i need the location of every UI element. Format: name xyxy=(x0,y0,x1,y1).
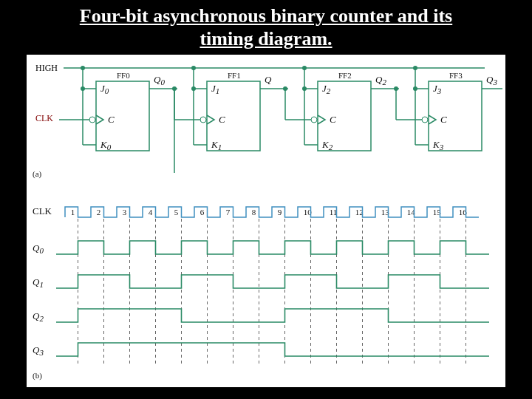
svg-point-31 xyxy=(191,86,196,91)
label-part-a: (a) xyxy=(33,169,42,179)
svg-point-34 xyxy=(283,86,287,91)
svg-text:6: 6 xyxy=(200,208,205,216)
svg-point-50 xyxy=(394,86,398,91)
svg-point-47 xyxy=(302,86,307,91)
svg-text:Q: Q xyxy=(265,74,272,85)
svg-text:C: C xyxy=(330,114,336,125)
svg-text:C: C xyxy=(219,114,225,125)
label-part-b: (b) xyxy=(33,371,42,381)
svg-text:4: 4 xyxy=(149,208,153,216)
title-line2: timing diagram. xyxy=(200,28,332,50)
svg-point-30 xyxy=(191,66,196,70)
label-high: HIGH xyxy=(35,63,58,73)
diagram-panel: HIGH CLK FF0 J0 C K0 Q0 FF1 J1 C xyxy=(27,55,505,387)
svg-text:2: 2 xyxy=(97,208,101,216)
svg-point-22 xyxy=(200,117,206,123)
svg-text:9: 9 xyxy=(278,208,282,216)
svg-text:Q2: Q2 xyxy=(375,74,386,86)
svg-text:FF2: FF2 xyxy=(338,71,352,80)
svg-point-14 xyxy=(81,86,85,91)
svg-text:5: 5 xyxy=(174,208,179,216)
svg-text:7: 7 xyxy=(226,208,231,216)
svg-text:C: C xyxy=(440,114,447,125)
title-line1: Four-bit asynchronous binary counter and… xyxy=(80,5,452,27)
svg-text:1: 1 xyxy=(71,208,75,216)
svg-point-54 xyxy=(422,117,428,123)
svg-text:8: 8 xyxy=(252,208,256,216)
diagram-svg: HIGH CLK FF0 J0 C K0 Q0 FF1 J1 C xyxy=(27,55,505,387)
svg-point-62 xyxy=(413,66,417,70)
svg-text:FF3: FF3 xyxy=(449,71,463,80)
svg-text:Q1: Q1 xyxy=(33,276,44,289)
svg-text:Q2: Q2 xyxy=(33,310,44,323)
timing-clk-label: CLK xyxy=(33,205,52,216)
svg-text:11: 11 xyxy=(330,208,338,216)
svg-text:3: 3 xyxy=(123,208,127,216)
svg-point-38 xyxy=(311,117,317,123)
flipflop-group: FF0 J0 C K0 Q0 FF1 J1 C K1 Q xyxy=(81,66,502,173)
svg-text:Q3: Q3 xyxy=(486,74,497,86)
svg-text:Q3: Q3 xyxy=(33,344,44,357)
svg-point-13 xyxy=(81,66,85,70)
svg-text:FF1: FF1 xyxy=(228,71,241,80)
label-clk: CLK xyxy=(35,113,53,123)
page-title: Four-bit asynchronous binary counter and… xyxy=(0,0,532,52)
svg-text:FF0: FF0 xyxy=(117,71,130,80)
svg-text:Q0: Q0 xyxy=(154,74,165,86)
svg-point-63 xyxy=(413,86,417,91)
svg-text:C: C xyxy=(108,114,115,125)
svg-point-5 xyxy=(89,117,95,123)
svg-text:Q0: Q0 xyxy=(33,242,44,255)
timing-diagram: CLK 12345678910111213141516 Q0Q1Q2Q3 (b) xyxy=(33,205,489,381)
svg-point-46 xyxy=(302,66,307,70)
